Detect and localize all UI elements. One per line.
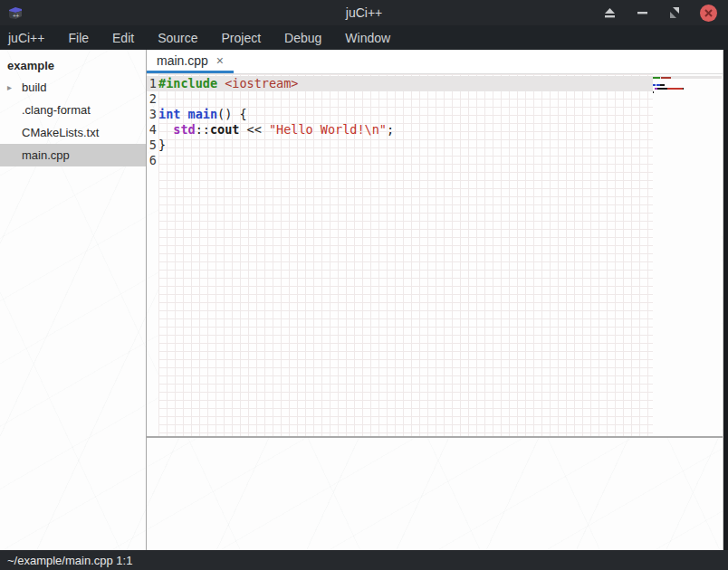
menu-item-project[interactable]: Project [210, 27, 273, 49]
restore-icon [669, 7, 680, 18]
minimap-line [653, 80, 722, 82]
line-number: 3 [147, 107, 158, 122]
eject-icon [604, 8, 616, 18]
tree-item-main-cpp[interactable]: main.cpp [0, 144, 146, 166]
code-line: #include <iostream> [158, 76, 653, 91]
minimap-line [653, 94, 722, 97]
tab-close-icon[interactable]: × [216, 54, 224, 67]
line-number: 6 [147, 153, 158, 168]
tree-item-label: main.cpp [7, 148, 70, 162]
app-icon: ++ [7, 5, 24, 21]
code-text-area[interactable]: #include <iostream>int main() { std::cou… [158, 74, 653, 436]
menu-item-window[interactable]: Window [333, 27, 402, 49]
line-number: 1 [147, 76, 158, 91]
menu-bar: juCi++FileEditSourceProjectDebugWindow [0, 25, 728, 50]
jucipp-window: ++ juCi++ [0, 0, 728, 570]
code-line: } [158, 138, 653, 153]
minus-icon [637, 12, 647, 14]
line-number: 4 [147, 122, 158, 138]
tab-label: main.cpp [157, 53, 208, 68]
code-line: int main() { [158, 107, 653, 122]
tree-item--clang-format[interactable]: .clang-format [0, 99, 146, 121]
content-area: example ▸build.clang-formatCMakeLists.tx… [0, 50, 728, 550]
minimap-line [653, 76, 722, 79]
tab-bar: main.cpp × [147, 50, 728, 74]
right-window-edge [723, 50, 728, 550]
file-tree-sidebar: example ▸build.clang-formatCMakeLists.tx… [0, 50, 147, 550]
code-line [158, 153, 653, 168]
menu-item-juci-[interactable]: juCi++ [0, 27, 56, 49]
source-minimap[interactable] [653, 74, 722, 436]
minimap-line [653, 90, 722, 93]
expander-arrow-icon[interactable]: ▸ [7, 82, 22, 92]
restore-button[interactable] [667, 5, 682, 20]
minimap-line [653, 83, 722, 86]
tab-main-cpp[interactable]: main.cpp × [147, 50, 234, 73]
tree-item-cmakelists-txt[interactable]: CMakeLists.txt [0, 121, 146, 144]
code-line [158, 91, 653, 107]
main-pane: main.cpp × 123456 #include <iostream>int… [147, 50, 728, 550]
status-bar: ~/example/main.cpp 1:1 [0, 550, 728, 570]
menu-item-debug[interactable]: Debug [273, 27, 333, 49]
tree-item-label: CMakeLists.txt [7, 126, 99, 139]
line-number: 5 [147, 138, 158, 153]
svg-text:++: ++ [13, 12, 20, 18]
minimap-line [653, 87, 722, 90]
status-file-position: ~/example/main.cpp 1:1 [7, 554, 132, 567]
tree-root-example[interactable]: example [0, 54, 146, 76]
terminal-panel[interactable] [147, 438, 728, 550]
shade-button[interactable] [602, 5, 617, 20]
tree-item-label: .clang-format [7, 103, 91, 117]
title-bar: ++ juCi++ [0, 0, 728, 25]
menu-item-edit[interactable]: Edit [101, 27, 146, 49]
code-editor: 123456 #include <iostream>int main() { s… [147, 74, 728, 436]
menu-item-source[interactable]: Source [146, 27, 209, 49]
tree-item-build[interactable]: ▸build [0, 76, 146, 99]
line-number: 2 [147, 91, 158, 107]
code-line: std::cout << "Hello World!\n"; [158, 122, 653, 138]
minimize-button[interactable] [635, 5, 649, 20]
menu-item-file[interactable]: File [56, 27, 101, 49]
line-number-gutter: 123456 [147, 74, 158, 436]
window-controls [602, 5, 728, 22]
close-icon [704, 9, 713, 17]
tree-item-label: build [22, 81, 46, 94]
close-button[interactable] [700, 5, 717, 22]
